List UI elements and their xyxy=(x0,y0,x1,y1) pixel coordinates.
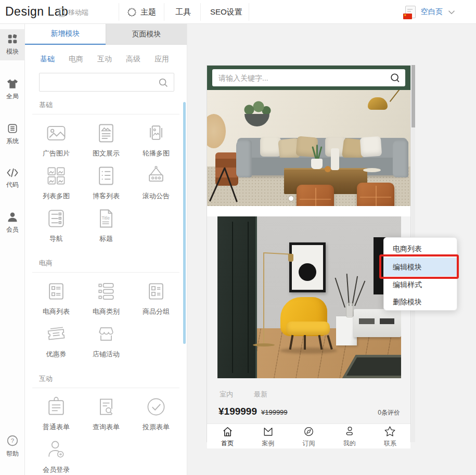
preview-search-input[interactable] xyxy=(212,69,405,86)
preview-scrollbar-thumb[interactable] xyxy=(411,65,415,127)
nav-subscribe[interactable]: 订阅 xyxy=(288,424,329,448)
home-icon xyxy=(221,425,234,438)
rail-item-label: 全局 xyxy=(6,92,19,101)
carousel-dot[interactable] xyxy=(289,196,293,201)
nav-seo-label: SEO设置 xyxy=(210,7,242,17)
carousel-icon xyxy=(145,122,168,145)
contact-icon xyxy=(383,425,396,438)
cat-basic[interactable]: 基础 xyxy=(40,55,55,64)
divider xyxy=(200,3,201,21)
global-icon xyxy=(6,78,19,89)
ctx-item-edit-module[interactable]: 编辑模块 xyxy=(384,258,457,276)
glass-vase-art xyxy=(346,303,353,317)
left-rail: 模块 全局 系统 代码 会员 ? 帮助 xyxy=(0,24,25,475)
nav-mine[interactable]: 我的 xyxy=(329,424,370,448)
ctx-item-edit-style[interactable]: 编辑样式 xyxy=(384,276,457,293)
bowl-art xyxy=(363,168,381,172)
article-icon xyxy=(95,122,118,145)
tab-add-module[interactable]: 新增模块 xyxy=(25,24,106,45)
cat-apps[interactable]: 应用 xyxy=(155,55,169,64)
rail-item-system[interactable]: 系统 xyxy=(0,119,25,150)
help-icon: ? xyxy=(6,434,19,447)
sofa-arm-art xyxy=(236,140,252,177)
module-shop-category[interactable]: 电商类别 xyxy=(81,280,131,316)
rail-item-help[interactable]: ? 帮助 xyxy=(0,431,25,462)
module-scroll-notice[interactable]: 滚动公告 xyxy=(131,164,181,201)
module-panel: 新增模块 页面模块 基础 电商 互动 高级 应用 基础 广告图片 图文展示 轮播… xyxy=(25,24,187,475)
module-search-input[interactable] xyxy=(40,73,174,91)
rail-item-global[interactable]: 全局 xyxy=(0,74,25,105)
mine-icon xyxy=(343,425,356,438)
module-coupon[interactable]: 优惠券 xyxy=(31,323,81,359)
cat-ecommerce[interactable]: 电商 xyxy=(69,55,83,64)
module-carousel[interactable]: 轮播多图 xyxy=(131,122,181,158)
pouf-art xyxy=(357,183,394,206)
svg-text:Title: Title xyxy=(101,216,110,221)
mobile-page-preview: 室内 最新 ¥199999 ¥199999 0条评价 首页 案例 xyxy=(207,65,411,442)
rail-item-code[interactable]: 代码 xyxy=(0,163,25,194)
product-tag[interactable]: 最新 xyxy=(254,390,267,399)
pillow-art xyxy=(260,137,281,157)
tab-page-modules[interactable]: 页面模块 xyxy=(106,24,187,45)
panel-scrollbar[interactable] xyxy=(183,102,186,344)
nav-cases[interactable]: 案例 xyxy=(248,424,288,448)
nav-contact[interactable]: 联系 xyxy=(370,424,410,448)
module-image-text[interactable]: 图文展示 xyxy=(81,122,131,158)
ctx-item-shop-list[interactable]: 电商列表 xyxy=(384,240,457,258)
product-tag[interactable]: 室内 xyxy=(220,390,233,399)
modules-icon xyxy=(7,33,18,45)
notice-icon xyxy=(145,164,168,187)
nav-tools[interactable]: 工具 xyxy=(175,0,191,24)
module-product-group[interactable]: 商品分组 xyxy=(131,280,181,316)
rail-item-modules[interactable]: 模块 xyxy=(0,29,25,60)
wall-planter-art xyxy=(245,114,269,126)
decor-art xyxy=(325,166,331,172)
divider xyxy=(249,3,249,21)
product-image[interactable] xyxy=(217,216,401,378)
floor-lamp-arm-art xyxy=(263,252,291,255)
twig-art xyxy=(346,274,350,306)
grid-images-icon xyxy=(45,164,68,187)
page-selector[interactable]: 空白页 xyxy=(405,0,455,24)
rail-item-member[interactable]: 会员 xyxy=(0,207,25,238)
hero-carousel-module[interactable] xyxy=(207,90,410,206)
nav-theme[interactable]: 主题 xyxy=(127,0,156,24)
cat-advanced[interactable]: 高级 xyxy=(126,55,140,64)
module-query-form[interactable]: 查询表单 xyxy=(81,395,131,432)
member-login-icon xyxy=(45,438,68,461)
nav-home[interactable]: 首页 xyxy=(207,424,248,448)
nav-seo[interactable]: SEO设置 xyxy=(210,0,242,24)
product-tags: 室内 最新 xyxy=(207,378,410,399)
module-list-images[interactable]: 列表多图 xyxy=(31,164,81,201)
module-form[interactable]: 普通表单 xyxy=(31,395,81,432)
flag-icon xyxy=(403,14,412,19)
module-ad-image[interactable]: 广告图片 xyxy=(31,122,81,158)
rail-item-label: 会员 xyxy=(6,225,19,234)
module-blog-list[interactable]: 博客列表 xyxy=(81,164,131,201)
module-shop-list[interactable]: 电商列表 xyxy=(31,280,81,316)
image-icon xyxy=(45,122,68,145)
title-icon: Title xyxy=(95,207,118,230)
product-list-module[interactable]: 室内 最新 ¥199999 ¥199999 0条评价 首页 案例 xyxy=(207,216,410,448)
module-member-login[interactable]: 会员登录 xyxy=(31,438,81,474)
ctx-item-delete-module[interactable]: 删除模块 xyxy=(384,293,457,311)
theme-badge-icon xyxy=(127,7,137,17)
module-vote-form[interactable]: 投票表单 xyxy=(131,395,181,432)
section-title-interactive: 互动 xyxy=(39,374,187,383)
page-file-icon xyxy=(405,6,416,18)
cat-interactive[interactable]: 互动 xyxy=(97,55,112,64)
subscribe-icon xyxy=(302,425,315,438)
topbar: Design Lab 移动端 主题 工具 SEO设置 空白页 xyxy=(0,0,476,24)
module-navigation[interactable]: 导航 xyxy=(31,207,81,243)
tv-console-art xyxy=(354,309,401,337)
device-mode-indicator[interactable]: 移动端 xyxy=(58,8,88,17)
phone-icon xyxy=(58,8,66,17)
twig-art xyxy=(335,278,345,308)
cases-icon xyxy=(262,425,275,438)
module-search xyxy=(39,73,174,92)
divider xyxy=(119,3,119,21)
preview-search-module[interactable] xyxy=(207,66,410,90)
category-tabs: 基础 电商 互动 高级 应用 xyxy=(25,45,187,64)
module-shop-activity[interactable]: 店铺活动 xyxy=(81,323,131,359)
module-title[interactable]: Title 标题 xyxy=(81,207,131,243)
